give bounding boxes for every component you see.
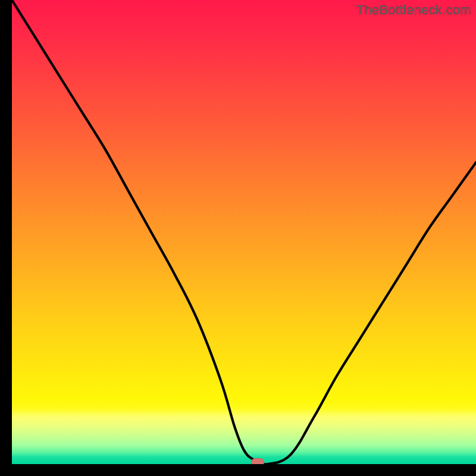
frame-bottom [0, 464, 476, 476]
frame-left [0, 0, 12, 476]
chart-marker [251, 458, 264, 464]
chart-plot-area [12, 0, 476, 464]
watermark-text: TheBottleneck.com [356, 2, 471, 18]
chart-curve [12, 0, 476, 464]
